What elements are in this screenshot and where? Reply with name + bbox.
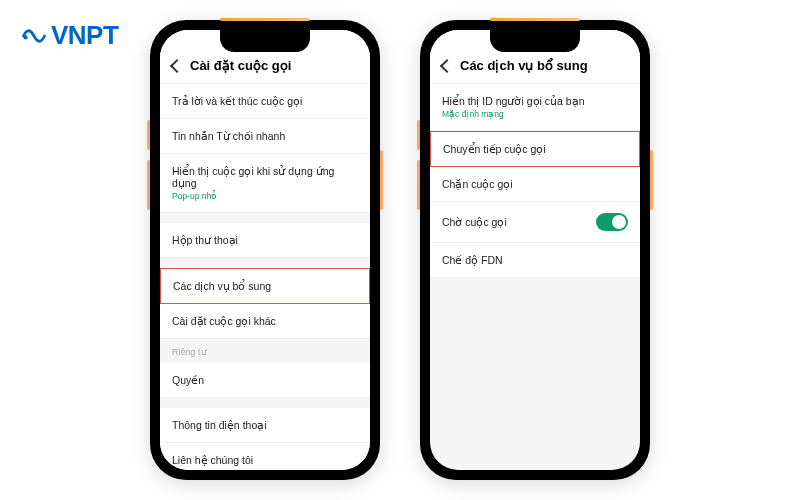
toggle-switch[interactable] bbox=[596, 213, 628, 231]
item-label: Hộp thư thoại bbox=[172, 234, 238, 246]
list-item-additional-services[interactable]: Các dịch vụ bổ sung bbox=[160, 268, 370, 304]
svg-point-0 bbox=[24, 35, 28, 39]
page-title: Cài đặt cuộc gọi bbox=[190, 58, 291, 73]
item-label: Thông tin điện thoại bbox=[172, 419, 267, 431]
item-label: Hiển thị ID người gọi của bạn bbox=[442, 95, 584, 107]
list-item[interactable]: Chặn cuộc gọi bbox=[430, 167, 640, 202]
list-item[interactable]: Hiển thị cuộc gọi khi sử dụng ứng dụng P… bbox=[160, 154, 370, 213]
list-item[interactable]: Hiển thị ID người gọi của bạn Mặc định m… bbox=[430, 84, 640, 131]
phone-mockup-1: Cài đặt cuộc gọi Trả lời và kết thúc cuộ… bbox=[150, 20, 380, 480]
list-item[interactable]: Trả lời và kết thúc cuộc gọi bbox=[160, 84, 370, 119]
vnpt-logo: VNPT bbox=[20, 20, 118, 51]
logo-text: VNPT bbox=[51, 20, 118, 51]
item-label: Các dịch vụ bổ sung bbox=[173, 280, 271, 292]
phone-notch bbox=[220, 30, 310, 52]
list-item[interactable]: Quyền bbox=[160, 363, 370, 398]
item-label: Chờ cuộc gọi bbox=[442, 216, 507, 228]
item-label: Trả lời và kết thúc cuộc gọi bbox=[172, 95, 302, 107]
item-label: Chuyển tiếp cuộc gọi bbox=[443, 143, 546, 155]
page-title: Các dịch vụ bổ sung bbox=[460, 58, 588, 73]
item-label: Quyền bbox=[172, 374, 204, 386]
list-item[interactable]: Cài đặt cuộc gọi khác bbox=[160, 304, 370, 339]
item-sublabel: Pop-up nhỏ bbox=[172, 191, 358, 201]
list-item-call-forwarding[interactable]: Chuyển tiếp cuộc gọi bbox=[430, 131, 640, 167]
back-icon[interactable] bbox=[440, 58, 454, 72]
item-label: Chặn cuộc gọi bbox=[442, 178, 513, 190]
item-label: Cài đặt cuộc gọi khác bbox=[172, 315, 276, 327]
list-item[interactable]: Liên hệ chúng tôi bbox=[160, 443, 370, 470]
list-item[interactable]: Thông tin điện thoại bbox=[160, 408, 370, 443]
item-label: Hiển thị cuộc gọi khi sử dụng ứng dụng bbox=[172, 165, 358, 189]
list-item[interactable]: Chế độ FDN bbox=[430, 243, 640, 278]
vnpt-swoosh-icon bbox=[20, 22, 48, 50]
list-item-call-waiting[interactable]: Chờ cuộc gọi bbox=[430, 202, 640, 243]
section-header: Riêng tư bbox=[160, 339, 370, 363]
item-sublabel: Mặc định mạng bbox=[442, 109, 584, 119]
back-icon[interactable] bbox=[170, 58, 184, 72]
phone-notch bbox=[490, 30, 580, 52]
phone-mockup-2: Các dịch vụ bổ sung Hiển thị ID người gọ… bbox=[420, 20, 650, 480]
list-item[interactable]: Tin nhắn Từ chối nhanh bbox=[160, 119, 370, 154]
item-label: Liên hệ chúng tôi bbox=[172, 454, 253, 466]
list-item[interactable]: Hộp thư thoại bbox=[160, 223, 370, 258]
item-label: Chế độ FDN bbox=[442, 254, 503, 266]
item-label: Tin nhắn Từ chối nhanh bbox=[172, 130, 285, 142]
